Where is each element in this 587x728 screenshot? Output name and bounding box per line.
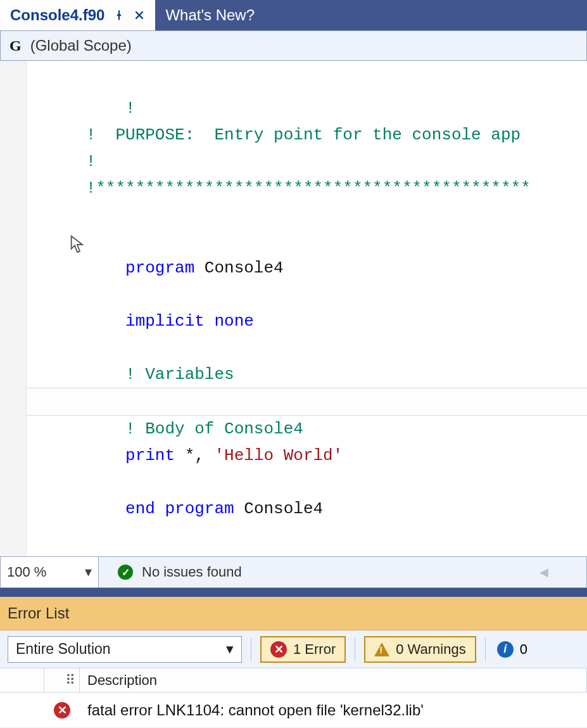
document-tabs: Console4.f90 What's New? xyxy=(0,0,587,30)
code-area[interactable]: ! ! PURPOSE: Entry point for the console… xyxy=(27,61,587,556)
nav-left-icon[interactable]: ◀ xyxy=(540,565,548,579)
error-message: fatal error LNK1104: cannot open file 'k… xyxy=(87,701,424,718)
editor-status-bar: 100 % ▾ ✓ No issues found ◀ xyxy=(0,556,587,588)
current-line-highlight xyxy=(27,388,587,416)
header-code[interactable]: ⠿ xyxy=(44,668,80,692)
scope-label: (Global Scope) xyxy=(30,37,132,54)
pin-icon[interactable] xyxy=(113,10,125,21)
tab-whats-new[interactable]: What's New? xyxy=(155,0,265,30)
code-editor[interactable]: ! ! PURPOSE: Entry point for the console… xyxy=(0,61,587,556)
errors-count-label: 1 Error xyxy=(293,641,336,658)
tab-active[interactable]: Console4.f90 xyxy=(0,0,155,30)
cursor-icon xyxy=(68,181,128,308)
error-list-title: Error List xyxy=(0,597,587,630)
divider xyxy=(485,638,486,661)
messages-filter-button[interactable]: i 0 xyxy=(495,641,527,658)
error-list-toolbar: Entire Solution ▾ ✕ 1 Error 0 Warnings i… xyxy=(0,630,587,668)
header-severity[interactable] xyxy=(0,668,44,692)
error-icon: ✕ xyxy=(270,641,287,658)
warnings-count-label: 0 Warnings xyxy=(396,641,465,658)
info-icon: i xyxy=(497,641,514,658)
table-row[interactable]: ✕ fatal error LNK1104: cannot open file … xyxy=(0,693,587,728)
zoom-value: 100 % xyxy=(7,564,46,580)
chevron-down-icon: ▾ xyxy=(226,641,234,658)
check-circle-icon: ✓ xyxy=(118,565,133,580)
zoom-dropdown[interactable]: 100 % ▾ xyxy=(1,557,99,587)
scope-glyph-icon: G xyxy=(9,37,22,54)
error-list-table: ⠿ Description ✕ fatal error LNK1104: can… xyxy=(0,668,587,728)
close-icon[interactable] xyxy=(134,10,145,21)
tab-label: What's New? xyxy=(165,6,255,24)
chevron-down-icon: ▾ xyxy=(85,564,92,580)
warning-icon xyxy=(374,642,389,656)
dropdown-value: Entire Solution xyxy=(16,641,111,658)
divider xyxy=(355,638,355,661)
panel-splitter[interactable] xyxy=(0,588,587,597)
error-scope-dropdown[interactable]: Entire Solution ▾ xyxy=(8,636,242,663)
scope-bar[interactable]: G (Global Scope) xyxy=(0,30,587,61)
error-icon: ✕ xyxy=(54,702,70,718)
divider xyxy=(251,638,251,661)
table-header: ⠿ Description xyxy=(0,668,587,693)
editor-gutter xyxy=(0,61,27,556)
header-description[interactable]: Description xyxy=(80,668,587,692)
messages-count: 0 xyxy=(520,641,527,658)
errors-filter-button[interactable]: ✕ 1 Error xyxy=(260,636,346,663)
warnings-filter-button[interactable]: 0 Warnings xyxy=(364,636,476,663)
tab-label: Console4.f90 xyxy=(10,6,104,24)
issues-status: No issues found xyxy=(142,564,242,580)
